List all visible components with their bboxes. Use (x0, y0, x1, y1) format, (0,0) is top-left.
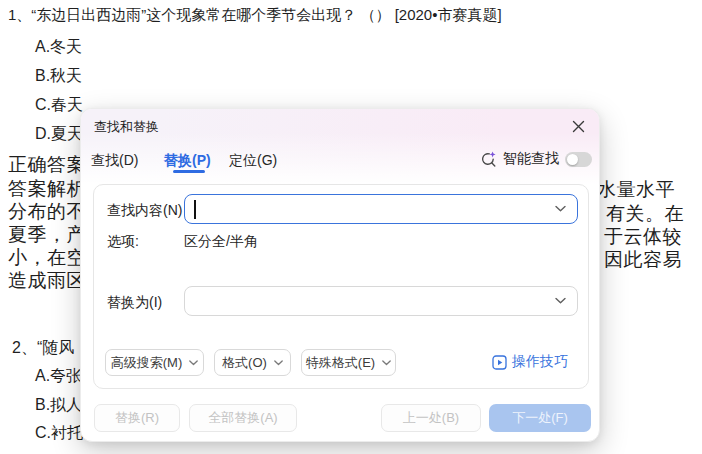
doc-question-2: 2、“随风 (12, 338, 74, 359)
search-options-panel: 查找内容(N) 选项: 区分全/半角 替换为(I) 高级搜索(M) (93, 184, 589, 389)
tab-goto[interactable]: 定位(G) (229, 152, 277, 170)
replace-input[interactable] (194, 290, 547, 312)
replace-all-button[interactable]: 全部替换(A) (189, 404, 297, 432)
operation-tips-link[interactable]: 操作技巧 (492, 353, 568, 371)
tab-find[interactable]: 查找(D) (91, 152, 138, 170)
video-play-icon (492, 355, 507, 370)
close-button[interactable] (569, 117, 587, 135)
chevron-down-icon[interactable] (555, 206, 566, 213)
app-window: 1、“东边日出西边雨”这个现象常在哪个季节会出现？ （） [2020•市赛真题]… (0, 0, 702, 454)
doc-text-fragment: 水量水平 (597, 177, 675, 203)
smart-search-icon (480, 151, 497, 168)
doc-q1-option-c: C.春天 (35, 95, 83, 116)
options-label: 选项: (107, 233, 139, 251)
tab-replace[interactable]: 替换(P) (164, 152, 211, 170)
special-format-button[interactable]: 特殊格式(E) (301, 349, 396, 376)
find-input-label: 查找内容(N) (107, 202, 182, 220)
text-caret (194, 200, 196, 219)
replace-input-combo (184, 286, 578, 316)
next-button[interactable]: 下一处(F) (489, 404, 591, 432)
find-input[interactable] (194, 198, 547, 220)
previous-button[interactable]: 上一处(B) (381, 404, 481, 432)
doc-q1-option-a: A.冬天 (35, 37, 82, 58)
active-tab-underline (173, 170, 205, 173)
replace-input-label: 替换为(I) (107, 294, 162, 312)
doc-text-fragment: 造成雨区 (8, 268, 86, 294)
doc-q1-option-b: B.秋天 (35, 66, 82, 87)
doc-q2-option-c: C.衬托 (35, 423, 83, 444)
find-replace-dialog: 查找和替换 查找(D) 替换(P) 定位(G) 智能查找 查找内容(N) (80, 108, 600, 442)
chevron-down-icon (274, 360, 283, 366)
doc-question-1: 1、“东边日出西边雨”这个现象常在哪个季节会出现？ （） [2020•市赛真题] (8, 6, 502, 25)
find-input-combo (184, 194, 578, 224)
doc-text-fragment: 正确答案 (8, 152, 86, 178)
toggle-knob (567, 154, 578, 165)
format-button[interactable]: 格式(O) (214, 349, 291, 376)
special-format-label: 特殊格式(E) (306, 354, 375, 372)
operation-tips-label: 操作技巧 (512, 353, 568, 371)
replace-button[interactable]: 替换(R) (94, 404, 180, 432)
smart-find-toggle[interactable] (565, 152, 592, 167)
options-value: 区分全/半角 (184, 233, 258, 251)
doc-q2-option-b: B.拟人 (35, 395, 82, 416)
format-label: 格式(O) (222, 354, 267, 372)
doc-q1-option-d: D.夏天 (35, 124, 83, 145)
dialog-title: 查找和替换 (94, 118, 159, 136)
smart-find-label: 智能查找 (503, 150, 559, 168)
doc-q2-option-a: A.夸张 (35, 366, 82, 387)
doc-text-fragment: 因此容易 (604, 247, 682, 273)
advanced-search-label: 高级搜索(M) (111, 354, 183, 372)
close-icon (572, 120, 585, 133)
chevron-down-icon (382, 360, 391, 366)
chevron-down-icon[interactable] (555, 298, 566, 305)
smart-find-group: 智能查找 (480, 150, 592, 168)
chevron-down-icon (189, 360, 198, 366)
advanced-search-button[interactable]: 高级搜索(M) (105, 349, 204, 376)
